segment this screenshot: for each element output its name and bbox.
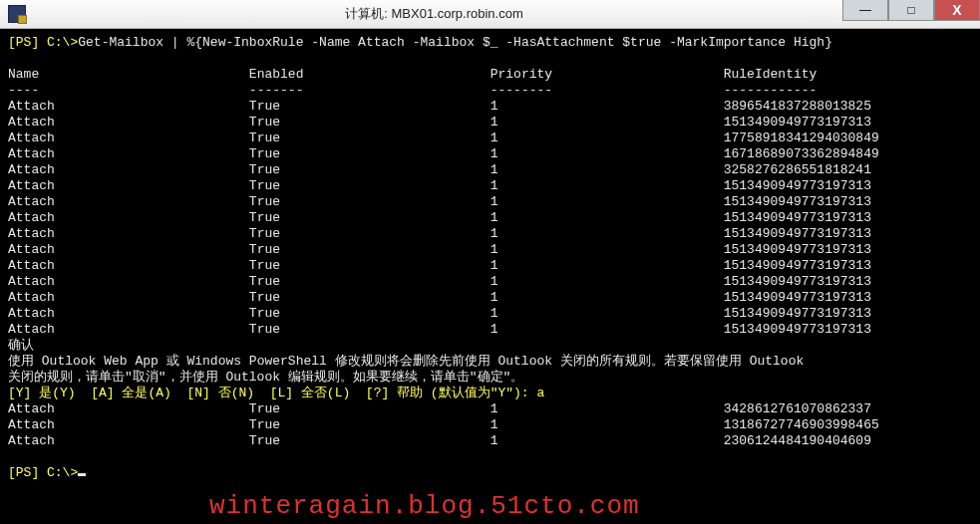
powershell-icon: [8, 5, 26, 23]
table-rows-after: Attach True 1 3428612761070862337 Attach…: [8, 401, 879, 448]
minimize-button[interactable]: —: [842, 0, 888, 21]
maximize-icon: □: [907, 3, 914, 17]
table-header: Name Enabled Priority RuleIdentity: [8, 67, 817, 82]
terminal-pane[interactable]: [PS] C:\>Get-Mailbox | %{New-InboxRule -…: [0, 29, 980, 524]
confirm-title: 确认: [8, 338, 34, 353]
titlebar[interactable]: 计算机: MBX01.corp.robin.com — □ X: [0, 0, 980, 29]
cursor: [78, 473, 86, 476]
ps-prompt: [PS]: [8, 35, 39, 50]
confirm-line2: 关闭的规则，请单击"取消"，并使用 Outlook 编辑规则。如果要继续，请单击…: [8, 370, 523, 385]
ps-prompt-2: [PS]: [8, 465, 39, 480]
window-title: 计算机: MBX01.corp.robin.com: [26, 5, 842, 23]
command-text: Get-Mailbox | %{New-InboxRule -Name Atta…: [78, 35, 832, 50]
powershell-window: 计算机: MBX01.corp.robin.com — □ X [PS] C:\…: [0, 0, 980, 524]
confirm-options: [Y] 是(Y) [A] 全是(A) [N] 否(N) [L] 全否(L) [?…: [8, 386, 544, 400]
minimize-icon: —: [859, 3, 871, 17]
close-icon: X: [952, 2, 961, 18]
close-button[interactable]: X: [934, 0, 980, 21]
watermark: winteragain.blog.51cto.com: [209, 498, 640, 514]
maximize-button[interactable]: □: [888, 0, 934, 21]
window-buttons: — □ X: [842, 0, 980, 28]
confirm-line1: 使用 Outlook Web App 或 Windows PowerShell …: [8, 354, 804, 369]
ps-path: C:\>: [39, 35, 78, 50]
ps-path-2: C:\>: [39, 465, 78, 480]
table-rows: Attach True 1 3896541837288013825 Attach…: [8, 99, 879, 337]
table-divider: ---- ------- -------- ------------: [8, 83, 817, 98]
